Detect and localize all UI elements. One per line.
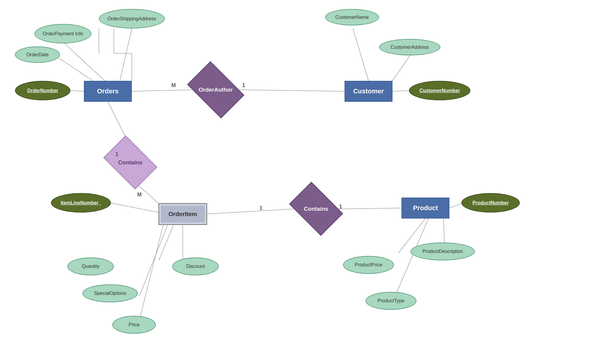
attr-customeraddress: CustomerAddress — [379, 39, 440, 55]
attr-orderpaymentinfo: OrderPayment Info — [34, 24, 91, 43]
svg-line-14 — [111, 203, 159, 213]
attr-quantity: Quantity — [67, 257, 114, 275]
relationship-orderauthor: OrderAuthor — [192, 73, 240, 106]
svg-line-3 — [69, 90, 84, 91]
svg-line-1 — [64, 43, 105, 81]
svg-line-0 — [120, 28, 132, 81]
cardinality-1-contains2-left: 1 — [259, 205, 262, 211]
attr-itemlinenumber: ItemLineNumber_ — [51, 193, 111, 213]
entity-customer: Customer — [345, 81, 392, 102]
attr-customernumber: CustomerNumber — [409, 81, 470, 100]
attr-ordernumber: OrderNumber — [15, 81, 70, 100]
attr-productprice: ProductPrice — [343, 256, 394, 274]
attr-price: Price — [112, 316, 156, 334]
svg-line-16 — [159, 225, 174, 260]
svg-line-6 — [392, 90, 410, 91]
svg-line-21 — [392, 219, 428, 302]
svg-line-8 — [240, 90, 345, 91]
svg-line-17 — [139, 225, 168, 296]
attr-productnumber: ProductNumber — [461, 193, 520, 213]
svg-line-11 — [207, 209, 294, 214]
relationship-contains1: Contains — [108, 147, 153, 178]
svg-line-12 — [339, 208, 401, 209]
connection-lines — [0, 0, 610, 364]
attr-discount: Discount — [172, 257, 219, 275]
attr-productdescription: ProductDescription — [410, 242, 475, 260]
entity-orders: Orders — [84, 81, 132, 102]
svg-line-4 — [353, 28, 369, 81]
svg-line-5 — [392, 55, 410, 81]
cardinality-1-contains1-top: 1 — [115, 151, 118, 157]
svg-line-18 — [138, 225, 163, 326]
cardinality-1-contains2-right: 1 — [339, 204, 342, 210]
attr-producttype: ProductType — [366, 292, 416, 310]
er-diagram: Orders Customer OrderItem Product OrderA… — [0, 0, 610, 364]
entity-product: Product — [401, 198, 449, 219]
relationship-contains2: Contains — [294, 193, 339, 225]
svg-line-7 — [132, 90, 192, 91]
attr-customername: CustomerName — [325, 9, 379, 25]
attr-specialoptions: SpecialOptions — [82, 284, 138, 302]
cardinality-m-orderauthor: M — [171, 82, 176, 89]
attr-orderdate: OrderDate — [15, 46, 60, 63]
svg-line-13 — [449, 203, 463, 208]
attr-ordershippingaddress: OrderShippingAddress — [99, 9, 165, 28]
svg-line-2 — [54, 55, 93, 81]
cardinality-m-contains1-bottom: M — [137, 192, 142, 198]
cardinality-1-orderauthor: 1 — [242, 82, 245, 89]
entity-orderitem: OrderItem — [159, 204, 207, 225]
